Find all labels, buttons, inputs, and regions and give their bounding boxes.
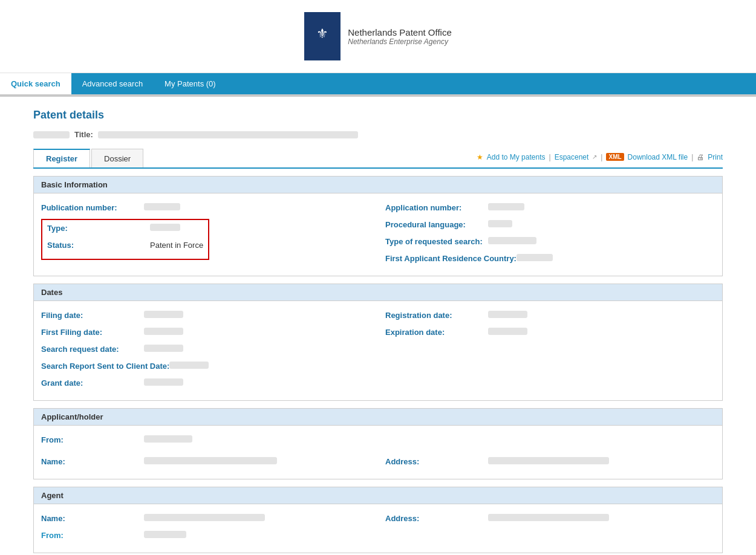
pub-number-label: Publication number: [41,203,144,212]
basic-info-right: Application number: Procedural language:… [378,198,722,271]
dates-right: Registration date: Expiration date: [378,306,722,395]
dates-grid: Filing date: First Filing date: Search r… [34,306,722,395]
applicant-left: From: Name: [34,430,378,474]
add-to-patents-link[interactable]: Add to My patents [487,153,546,161]
type-row: Type: [47,222,203,239]
search-type-label: Type of requested search: [385,237,488,246]
applicant-address-row: Address: [385,455,715,472]
pub-number-value [144,203,180,210]
agent-address-value [488,514,609,521]
title-row: Title: [33,130,723,139]
first-applicant-label: First Applicant Residence Country: [385,254,516,263]
title-value-blur [98,131,358,138]
agent-left: Name: From: [34,509,378,548]
first-filing-date-label: First Filing date: [41,328,144,337]
type-label: Type: [47,224,150,233]
search-report-sent-label: Search Report Sent to Client Date: [41,362,169,371]
title-id-blur [33,131,70,138]
registration-date-row: Registration date: [385,308,715,325]
applicant-name-value [144,457,277,464]
agent-name-value [144,514,265,521]
first-filing-date-value [144,328,183,335]
xml-badge: XML [606,153,624,161]
search-request-date-row: Search request date: [41,342,371,359]
print-link[interactable]: Print [708,153,723,161]
download-xml-link[interactable]: Download XML file [628,153,688,161]
title-field-label: Title: [74,130,93,139]
filing-date-label: Filing date: [41,311,144,320]
search-report-sent-value [169,362,209,369]
logo-text: Netherlands Patent Office Netherlands En… [348,27,452,46]
agent-name-row: Name: [41,511,371,528]
print-icon: 🖨 [697,153,704,161]
grant-date-row: Grant date: [41,376,371,393]
applicant-address-value [488,457,609,464]
proc-lang-value [488,220,512,227]
applicant-address-label: Address: [385,457,488,466]
registration-date-label: Registration date: [385,311,488,320]
tabs-row: Register Dossier ★ Add to My patents | E… [33,149,723,169]
page-header: ⚜ Netherlands Patent Office Netherlands … [0,0,756,73]
basic-info-header: Basic Information [34,177,722,193]
search-report-sent-row: Search Report Sent to Client Date: [41,359,371,376]
logo-flag: ⚜ [304,12,341,60]
nav-bar: Quick search Advanced search My Patents … [0,73,756,94]
agent-address-row: Address: [385,511,715,528]
grant-date-value [144,378,183,386]
logo-container: ⚜ Netherlands Patent Office Netherlands … [304,12,452,60]
expiration-date-value [488,328,527,335]
search-request-date-label: Search request date: [41,345,144,354]
expiration-date-label: Expiration date: [385,328,488,337]
type-value [150,224,180,231]
dates-body: Filing date: First Filing date: Search r… [34,301,722,400]
first-filing-date-row: First Filing date: [41,325,371,342]
nav-tab-quick-search[interactable]: Quick search [0,73,71,94]
tabs-left: Register Dossier [33,149,145,167]
type-status-box: Type: Status: Patent in Force [41,219,209,260]
pub-number-row: Publication number: [41,201,371,218]
filing-date-row: Filing date: [41,308,371,325]
agent-name-label: Name: [41,514,144,523]
applicant-section: Applicant/holder From: Name: [33,408,723,479]
agent-from-row: From: [41,528,371,545]
status-label: Status: [47,241,150,250]
applicant-grid: From: Name: Address: [34,430,722,474]
applicant-from-row: From: [41,433,371,450]
applicant-from-value [144,435,192,443]
applicant-name-row: Name: [41,455,371,472]
search-type-row: Type of requested search: [385,235,715,252]
grant-date-label: Grant date: [41,378,144,388]
agent-header: Agent [34,487,722,504]
basic-info-grid: Publication number: Type: Status: Pa [34,198,722,271]
status-value: Patent in Force [150,241,203,250]
expiration-date-row: Expiration date: [385,325,715,342]
nav-tab-advanced-search[interactable]: Advanced search [71,73,154,94]
dates-section: Dates Filing date: First Filing date: [33,284,723,401]
nav-tab-my-patents[interactable]: My Patents (0) [154,73,227,94]
app-number-row: Application number: [385,201,715,218]
svg-text:⚜: ⚜ [316,26,328,41]
org-name: Netherlands Patent Office [348,27,452,37]
agent-from-label: From: [41,531,144,540]
agent-grid: Name: From: Address: [34,509,722,548]
tab-register[interactable]: Register [33,149,90,167]
tabs-actions: ★ Add to My patents | Espacenet ↗ | XML … [477,153,723,164]
agent-right: Address: [378,509,722,548]
main-content: Patent details Title: Register Dossier ★… [15,97,741,555]
first-applicant-value [516,254,553,261]
basic-info-section: Basic Information Publication number: Ty… [33,176,723,276]
app-number-value [488,203,524,210]
agent-body: Name: From: Address: [34,504,722,553]
dates-header: Dates [34,284,722,301]
agent-address-label: Address: [385,514,488,523]
applicant-right: Address: [378,430,722,474]
tab-dossier[interactable]: Dossier [91,149,143,167]
org-sub: Netherlands Enterprise Agency [348,37,452,46]
app-number-label: Application number: [385,203,488,212]
agent-section: Agent Name: From: [33,487,723,553]
search-type-value [488,237,536,244]
applicant-from-label: From: [41,435,144,444]
proc-lang-row: Procedural language: [385,218,715,235]
dates-left: Filing date: First Filing date: Search r… [34,306,378,395]
espacenet-link[interactable]: Espacenet [555,153,589,161]
